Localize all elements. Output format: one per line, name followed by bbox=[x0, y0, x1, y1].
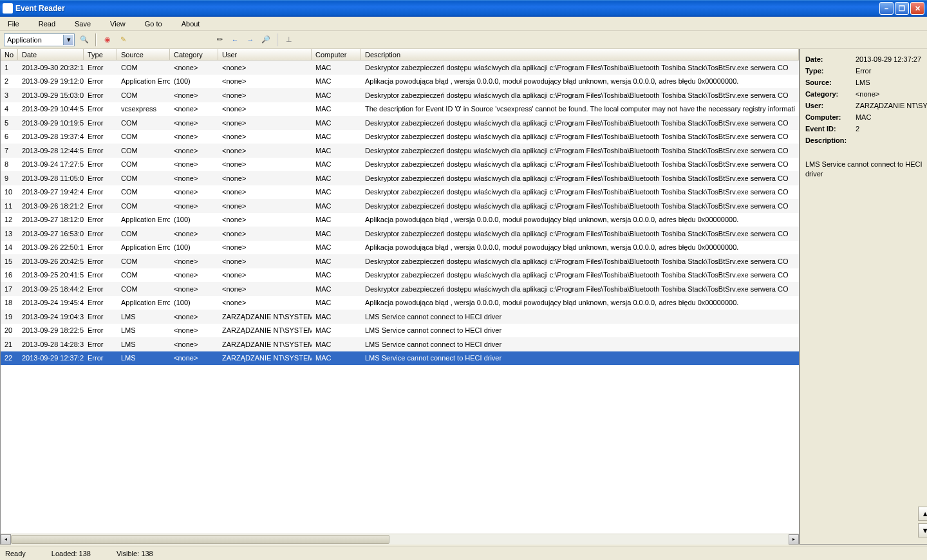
cell-no: 15 bbox=[1, 256, 18, 266]
cell-desc: Aplikacja powodująca błąd , wersja 0.0.0… bbox=[361, 76, 799, 86]
scroll-thumb[interactable] bbox=[11, 535, 389, 544]
menu-about[interactable]: About bbox=[179, 19, 203, 29]
horizontal-scrollbar[interactable]: ◂ ▸ bbox=[1, 534, 799, 544]
table-row[interactable]: 42013-09-29 10:44:53Errorvcsexpress<none… bbox=[1, 102, 799, 117]
separator bbox=[95, 33, 97, 46]
table-row[interactable]: 142013-09-26 22:50:10ErrorApplication Er… bbox=[1, 241, 799, 255]
table-row[interactable]: 132013-09-27 16:53:00ErrorCOM<none><none… bbox=[1, 227, 799, 241]
detail-down-button[interactable]: ▼ bbox=[918, 523, 927, 537]
table-row[interactable]: 32013-09-29 15:03:03ErrorCOM<none><none>… bbox=[1, 88, 799, 102]
cell-category: <none> bbox=[170, 201, 218, 211]
scroll-left-icon[interactable]: ◂ bbox=[1, 534, 11, 545]
cell-no: 8 bbox=[1, 159, 18, 169]
cell-category: <none> bbox=[170, 284, 218, 294]
menu-goto[interactable]: Go to bbox=[142, 19, 165, 29]
table-row[interactable]: 102013-09-27 19:42:40ErrorCOM<none><none… bbox=[1, 185, 799, 200]
table-row[interactable]: 152013-09-26 20:42:59ErrorCOM<none><none… bbox=[1, 254, 799, 268]
close-button[interactable]: ✕ bbox=[910, 2, 924, 15]
col-category[interactable]: Category bbox=[170, 49, 218, 60]
refresh-icon[interactable]: 🔍 bbox=[79, 34, 90, 46]
next-icon[interactable]: → bbox=[245, 34, 256, 46]
table-row[interactable]: 22013-09-29 19:12:02ErrorApplication Err… bbox=[1, 75, 799, 89]
minimize-button[interactable]: – bbox=[879, 2, 894, 15]
cell-user: <none> bbox=[218, 270, 312, 280]
cell-computer: MAC bbox=[312, 173, 361, 183]
cell-no: 5 bbox=[1, 118, 18, 128]
cell-category: (100) bbox=[170, 76, 218, 86]
maximize-button[interactable]: ❐ bbox=[895, 2, 909, 15]
col-source[interactable]: Source bbox=[117, 49, 170, 60]
col-user[interactable]: User bbox=[218, 49, 312, 60]
scroll-right-icon[interactable]: ▸ bbox=[789, 534, 799, 545]
menu-save[interactable]: Save bbox=[72, 19, 93, 29]
cell-source: Application Error bbox=[117, 242, 170, 252]
cell-user: <none> bbox=[218, 173, 312, 183]
cell-no: 12 bbox=[1, 214, 18, 225]
pencil-icon[interactable]: ✏ bbox=[214, 34, 225, 46]
col-description[interactable]: Description bbox=[361, 49, 799, 60]
cell-date: 2013-09-26 20:42:59 bbox=[18, 256, 84, 266]
label-eventid: Event ID: bbox=[805, 125, 856, 133]
cell-no: 1 bbox=[1, 62, 18, 73]
table-row[interactable]: 162013-09-25 20:41:59ErrorCOM<none><none… bbox=[1, 268, 799, 283]
cell-no: 14 bbox=[1, 242, 18, 252]
cell-no: 17 bbox=[1, 284, 18, 294]
table-row[interactable]: 72013-09-28 12:44:59ErrorCOM<none><none>… bbox=[1, 144, 799, 158]
scroll-track[interactable] bbox=[11, 534, 789, 545]
cell-category: <none> bbox=[170, 187, 218, 197]
cell-user: ZARZĄDZANIE NT\SYSTEM bbox=[218, 353, 312, 363]
table-row[interactable]: 172013-09-25 18:44:28ErrorCOM<none><none… bbox=[1, 282, 799, 296]
value-source: LMS bbox=[856, 79, 927, 86]
table-row[interactable]: 92013-09-28 11:05:05ErrorCOM<none><none>… bbox=[1, 171, 799, 185]
detail-up-button[interactable]: ▲ bbox=[918, 507, 927, 521]
log-combo[interactable]: Application ▾ bbox=[4, 33, 75, 46]
table-row[interactable]: 182013-09-24 19:45:48ErrorApplication Er… bbox=[1, 296, 799, 310]
table-row[interactable]: 222013-09-29 12:37:27ErrorLMS<none>ZARZĄ… bbox=[1, 351, 799, 366]
col-no[interactable]: No bbox=[1, 49, 18, 60]
table-row[interactable]: 62013-09-28 19:37:42ErrorCOM<none><none>… bbox=[1, 130, 799, 144]
cell-type: Error bbox=[84, 159, 117, 169]
table-row[interactable]: 112013-09-26 18:21:27ErrorCOM<none><none… bbox=[1, 199, 799, 213]
menubar: File Read Save View Go to About bbox=[0, 17, 927, 31]
search-icon[interactable]: 🔎 bbox=[260, 34, 272, 46]
cell-category: <none> bbox=[170, 256, 218, 266]
cell-category: <none> bbox=[170, 229, 218, 239]
label-source: Source: bbox=[805, 79, 856, 86]
table-row[interactable]: 82013-09-24 17:27:59ErrorCOM<none><none>… bbox=[1, 158, 799, 172]
col-date[interactable]: Date bbox=[18, 49, 84, 60]
cell-type: Error bbox=[84, 214, 117, 225]
table-row[interactable]: 202013-09-29 18:22:50ErrorLMS<none>ZARZĄ… bbox=[1, 324, 799, 338]
table-row[interactable]: 192013-09-24 19:04:31ErrorLMS<none>ZARZĄ… bbox=[1, 310, 799, 324]
titlebar[interactable]: Event Reader – ❐ ✕ bbox=[0, 0, 927, 17]
cell-source: LMS bbox=[117, 339, 170, 350]
colors-icon[interactable]: ◉ bbox=[102, 34, 113, 46]
dropdown-icon[interactable]: ▾ bbox=[63, 35, 73, 45]
toolbar: Application ▾ 🔍 ◉ ✎ ✏ ← → 🔎 ⊥ bbox=[0, 31, 927, 49]
brush-icon[interactable]: ✎ bbox=[117, 34, 129, 46]
table-row[interactable]: 212013-09-28 14:28:34ErrorLMS<none>ZARZĄ… bbox=[1, 337, 799, 351]
menu-file[interactable]: File bbox=[5, 19, 22, 29]
cell-date: 2013-09-28 14:28:34 bbox=[18, 339, 84, 350]
col-type[interactable]: Type bbox=[84, 49, 117, 60]
cell-desc: Deskryptor zabezpieczeń dostępu właściwy… bbox=[361, 90, 799, 100]
cell-computer: MAC bbox=[312, 201, 361, 211]
cell-computer: MAC bbox=[312, 242, 361, 252]
cell-category: <none> bbox=[170, 353, 218, 363]
cell-type: Error bbox=[84, 104, 117, 114]
cell-computer: MAC bbox=[312, 353, 361, 363]
value-date: 2013-09-29 12:37:27 bbox=[856, 55, 927, 63]
menu-read[interactable]: Read bbox=[36, 19, 58, 29]
table-row[interactable]: 122013-09-27 18:12:09ErrorApplication Er… bbox=[1, 213, 799, 227]
cell-category: <none> bbox=[170, 339, 218, 350]
table-row[interactable]: 52013-09-29 10:19:54ErrorCOM<none><none>… bbox=[1, 116, 799, 130]
marker-icon[interactable]: ⊥ bbox=[283, 34, 295, 46]
cell-user: <none> bbox=[218, 297, 312, 308]
cell-user: <none> bbox=[218, 104, 312, 114]
cell-desc: Deskryptor zabezpieczeń dostępu właściwy… bbox=[361, 173, 799, 183]
cell-desc: Deskryptor zabezpieczeń dostępu właściwy… bbox=[361, 118, 799, 128]
cell-user: ZARZĄDZANIE NT\SYSTEM bbox=[218, 325, 312, 335]
prev-icon[interactable]: ← bbox=[229, 34, 241, 46]
table-row[interactable]: 12013-09-30 20:32:16ErrorCOM<none><none>… bbox=[1, 61, 799, 75]
menu-view[interactable]: View bbox=[108, 19, 128, 29]
col-computer[interactable]: Computer bbox=[312, 49, 361, 60]
